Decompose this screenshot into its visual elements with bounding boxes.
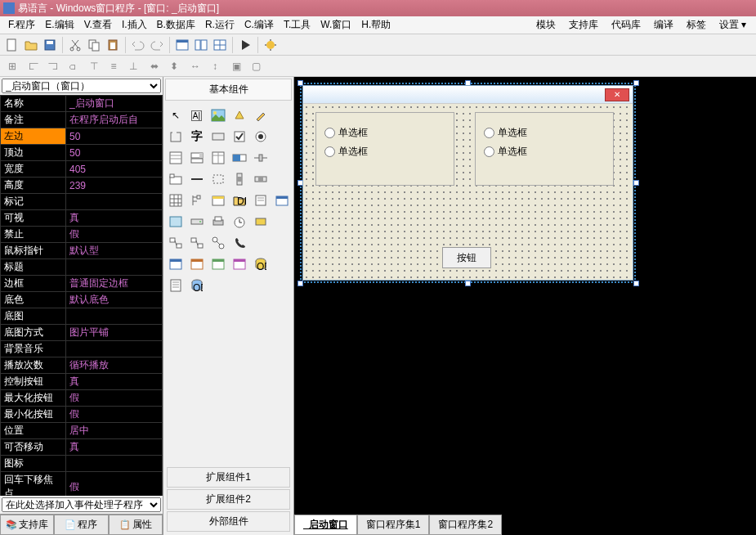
treeview-tool[interactable] xyxy=(187,191,207,210)
property-row[interactable]: 宽度405 xyxy=(1,161,163,178)
property-row[interactable]: 图标 xyxy=(1,456,163,472)
menu-help[interactable]: H.帮助 xyxy=(356,16,396,34)
property-row[interactable]: 可视真 xyxy=(1,210,163,227)
property-row[interactable]: 备注在程序启动后自 xyxy=(1,112,163,128)
menu-label[interactable]: 标签 xyxy=(680,16,713,34)
draw-tool[interactable] xyxy=(251,106,271,125)
redo-button[interactable] xyxy=(148,36,166,54)
menu-module[interactable]: 模块 xyxy=(530,16,562,34)
property-row[interactable]: 背景音乐 xyxy=(1,341,163,357)
menu-window[interactable]: W.窗口 xyxy=(315,16,356,34)
db1-tool[interactable] xyxy=(166,254,186,274)
menu-insert[interactable]: I.插入 xyxy=(117,16,152,34)
property-row[interactable]: 标记 xyxy=(1,194,163,210)
date-tool[interactable] xyxy=(272,191,292,210)
menu-support[interactable]: 支持库 xyxy=(562,16,605,34)
text-tool[interactable]: 字 xyxy=(187,127,207,146)
property-row[interactable]: 播放次数循环播放 xyxy=(1,357,163,374)
combobox-tool[interactable] xyxy=(187,148,207,168)
menu-run[interactable]: R.运行 xyxy=(200,16,239,34)
external-components[interactable]: 外部组件 xyxy=(167,511,290,532)
tab-support[interactable]: 📚 支持库 xyxy=(0,515,54,535)
same-width-icon[interactable]: ⬌ xyxy=(145,57,163,75)
printer-tool[interactable] xyxy=(208,212,228,232)
odbc-tool[interactable]: ODBC xyxy=(251,254,271,274)
radio-4[interactable]: 单选框 xyxy=(484,145,605,159)
ext-components-1[interactable]: 扩展组件1 xyxy=(167,467,290,488)
listbox-tool[interactable] xyxy=(166,148,186,168)
db4-tool[interactable] xyxy=(230,254,249,274)
send-back-icon[interactable]: ▢ xyxy=(247,57,265,75)
align-middle-icon[interactable]: ≡ xyxy=(105,57,123,75)
property-row[interactable]: 可否移动真 xyxy=(1,439,163,456)
menu-tools[interactable]: T.工具 xyxy=(279,16,315,34)
calendar-tool[interactable] xyxy=(208,191,228,210)
event-selector[interactable]: 在此处选择加入事件处理子程序 xyxy=(2,497,161,512)
odbc2-tool[interactable]: ODBC xyxy=(187,276,207,295)
phone-tool[interactable] xyxy=(230,233,249,253)
listview-tool[interactable] xyxy=(208,148,228,168)
same-height-icon[interactable]: ⬍ xyxy=(165,57,183,75)
report-tool[interactable] xyxy=(166,276,186,295)
save-button[interactable] xyxy=(41,36,59,54)
pointer-tool[interactable]: ↖ xyxy=(166,106,186,125)
dirbrowse-tool[interactable]: DIR xyxy=(230,191,249,210)
align-center-icon[interactable]: ⫎ xyxy=(44,57,62,75)
radio-2[interactable]: 单选框 xyxy=(324,145,445,159)
db3-tool[interactable] xyxy=(208,254,228,274)
property-row[interactable]: 左边50 xyxy=(1,128,163,145)
property-row[interactable]: 高度239 xyxy=(1,178,163,194)
frame-tool[interactable] xyxy=(208,169,228,189)
ext-components-2[interactable]: 扩展组件2 xyxy=(167,489,290,510)
property-row[interactable]: 底图 xyxy=(1,308,163,325)
net1-tool[interactable] xyxy=(166,233,186,253)
scrollbar-tool[interactable] xyxy=(230,169,249,189)
tab-startup-window[interactable]: _启动窗口 xyxy=(294,515,357,535)
align-right-icon[interactable]: ⫏ xyxy=(64,57,82,75)
slider-tool[interactable] xyxy=(251,148,271,168)
image-tool[interactable] xyxy=(166,212,186,232)
menu-settings[interactable]: 设置 ▾ xyxy=(713,16,753,34)
property-row[interactable]: 标题 xyxy=(1,259,163,276)
filebrowse-tool[interactable] xyxy=(251,191,271,210)
hscroll-tool[interactable] xyxy=(251,169,271,189)
menu-edit[interactable]: E.编辑 xyxy=(40,16,78,34)
hspace-icon[interactable]: ↔ xyxy=(186,57,204,75)
undo-button[interactable] xyxy=(129,36,147,54)
new-button[interactable] xyxy=(3,36,21,54)
layout3-button[interactable] xyxy=(211,36,229,54)
open-button[interactable] xyxy=(22,36,40,54)
property-row[interactable]: 禁止假 xyxy=(1,227,163,243)
radio-tool[interactable] xyxy=(251,127,271,146)
shape-tool[interactable] xyxy=(230,106,249,125)
tab-winproc1[interactable]: 窗口程序集1 xyxy=(357,515,430,535)
close-icon[interactable]: ✕ xyxy=(605,88,629,101)
menu-compile[interactable]: C.编译 xyxy=(239,16,279,34)
ruler-icon[interactable]: ⊞ xyxy=(3,57,21,75)
grid-tool[interactable] xyxy=(166,191,186,210)
align-left-icon[interactable]: ⫍ xyxy=(25,57,42,75)
property-row[interactable]: 底色默认底色 xyxy=(1,292,163,308)
align-bottom-icon[interactable]: ⊥ xyxy=(124,57,142,75)
drive-tool[interactable] xyxy=(187,212,207,232)
property-row[interactable]: 鼠标指针默认型 xyxy=(1,243,163,259)
socket-tool[interactable] xyxy=(251,212,271,232)
menu-database[interactable]: B.数据库 xyxy=(152,16,200,34)
form-designer[interactable]: ✕ 单选框 单选框 单选框 单选框 按钮 _启动窗口 窗口程序集1 窗口程序集2 xyxy=(294,77,756,535)
form-button[interactable]: 按钮 xyxy=(442,247,491,268)
menu-view[interactable]: V.查看 xyxy=(79,16,117,34)
radio-3[interactable]: 单选框 xyxy=(484,126,605,140)
vspace-icon[interactable]: ↕ xyxy=(206,57,224,75)
property-row[interactable]: 名称_启动窗口 xyxy=(1,96,163,112)
tab-winproc2[interactable]: 窗口程序集2 xyxy=(429,515,502,535)
cut-button[interactable] xyxy=(66,36,84,54)
menu-file[interactable]: F.程序 xyxy=(3,16,40,34)
layout2-button[interactable] xyxy=(192,36,210,54)
property-row[interactable]: 最大化按钮假 xyxy=(1,390,163,407)
menu-codelib[interactable]: 代码库 xyxy=(605,16,647,34)
button-tool[interactable] xyxy=(208,127,228,146)
checkbox-tool[interactable] xyxy=(230,127,249,146)
net2-tool[interactable] xyxy=(187,233,207,253)
property-row[interactable]: 回车下移焦点假 xyxy=(1,472,163,497)
db2-tool[interactable] xyxy=(187,254,207,274)
